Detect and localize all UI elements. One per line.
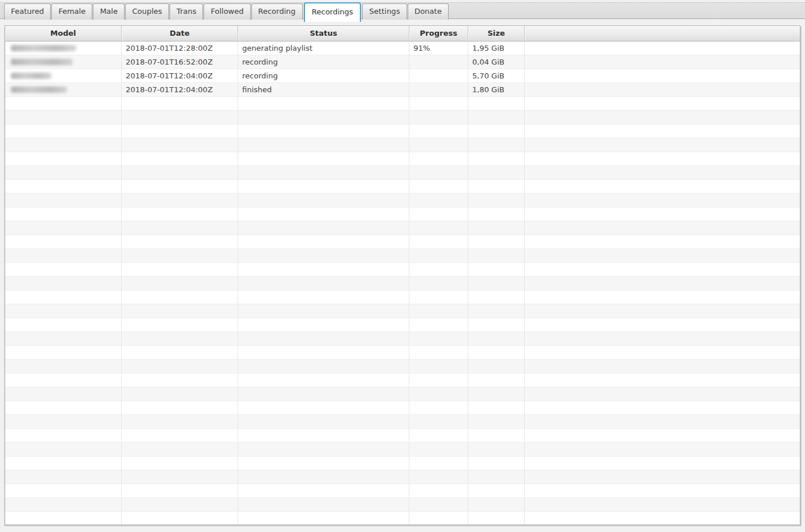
cell-extra [525,332,800,346]
cell-model [5,512,122,525]
cell-progress [409,332,468,346]
cell-progress [409,387,468,401]
cell-model [5,373,122,387]
cell-extra [525,111,800,124]
cell-size [468,277,525,290]
cell-model [5,318,122,332]
cell-size [468,360,525,373]
cell-extra [525,69,800,83]
table-row-empty [5,166,800,180]
cell-status [238,346,409,360]
cell-progress [409,304,468,318]
cell-status [238,277,409,290]
cell-status [238,456,409,470]
cell-extra [525,194,800,207]
cell-extra [525,290,800,304]
table-row-empty [5,111,800,124]
table-row-empty [5,387,800,401]
cell-size [468,166,525,180]
table-row[interactable]: 2018-07-01T12:04:00Zfinished1,80 GiB [5,83,800,97]
tab-female[interactable]: Female [51,3,92,20]
table-row-empty [5,498,800,512]
table-row-empty [5,512,800,525]
cell-status [238,249,409,263]
cell-date [122,498,238,512]
column-header-progress[interactable]: Progress [409,26,468,41]
tab-donate[interactable]: Donate [408,3,449,20]
tab-recording[interactable]: Recording [251,3,303,20]
cell-progress [409,429,468,443]
cell-status [238,498,409,512]
cell-date [122,138,238,152]
cell-date: 2018-07-01T12:28:00Z [122,41,238,55]
redacted-model-name [11,45,76,51]
cell-extra [525,277,800,290]
cell-extra [525,41,800,55]
cell-date [122,97,238,111]
cell-progress [409,55,468,69]
table-row[interactable]: 2018-07-01T12:28:00Zgenerating playlist9… [5,41,800,55]
cell-progress [409,97,468,111]
cell-extra [525,498,800,512]
cell-model [5,360,122,373]
cell-date [122,290,238,304]
cell-extra [525,360,800,373]
column-header-date[interactable]: Date [122,26,238,41]
cell-status [238,373,409,387]
tab-trans[interactable]: Trans [170,3,203,20]
cell-size: 5,70 GiB [468,69,525,83]
cell-status [238,235,409,249]
cell-model [5,470,122,484]
cell-progress [409,180,468,194]
cell-status [238,304,409,318]
column-header-status[interactable]: Status [238,26,409,41]
cell-date [122,277,238,290]
cell-date: 2018-07-01T12:04:00Z [122,83,238,97]
cell-size [468,415,525,429]
tab-couples[interactable]: Couples [125,3,169,20]
cell-date [122,111,238,124]
cell-progress [409,124,468,138]
cell-model [5,290,122,304]
table-row-empty [5,360,800,373]
cell-model [5,41,122,55]
tab-followed[interactable]: Followed [204,3,250,20]
cell-model [5,332,122,346]
cell-status [238,290,409,304]
cell-extra [525,207,800,221]
table-row[interactable]: 2018-07-01T12:04:00Zrecording5,70 GiB [5,69,800,83]
cell-model [5,194,122,207]
tab-bar-tabs: FeaturedFemaleMaleCouplesTransFollowedRe… [4,0,449,21]
cell-status [238,332,409,346]
cell-progress [409,263,468,277]
tab-settings[interactable]: Settings [362,3,407,20]
cell-size [468,332,525,346]
cell-progress [409,221,468,235]
tab-male[interactable]: Male [93,3,125,20]
cell-extra [525,235,800,249]
cell-extra [525,415,800,429]
cell-date [122,124,238,138]
cell-extra [525,401,800,415]
cell-status [238,166,409,180]
cell-status [238,484,409,498]
tab-featured[interactable]: Featured [4,3,51,20]
column-header-size[interactable]: Size [468,26,525,41]
cell-model [5,111,122,124]
cell-model [5,456,122,470]
tab-recordings[interactable]: Recordings [304,2,362,22]
cell-model [5,484,122,498]
table-row-empty [5,373,800,387]
table-row-empty [5,332,800,346]
cell-date [122,512,238,525]
cell-progress [409,138,468,152]
cell-status: recording [238,55,409,69]
cell-status [238,443,409,456]
cell-size [468,194,525,207]
cell-extra [525,97,800,111]
cell-date [122,470,238,484]
table-row[interactable]: 2018-07-01T16:52:00Zrecording0,04 GiB [5,55,800,69]
column-header-model[interactable]: Model [5,26,122,41]
cell-size: 0,04 GiB [468,55,525,69]
cell-model [5,152,122,166]
